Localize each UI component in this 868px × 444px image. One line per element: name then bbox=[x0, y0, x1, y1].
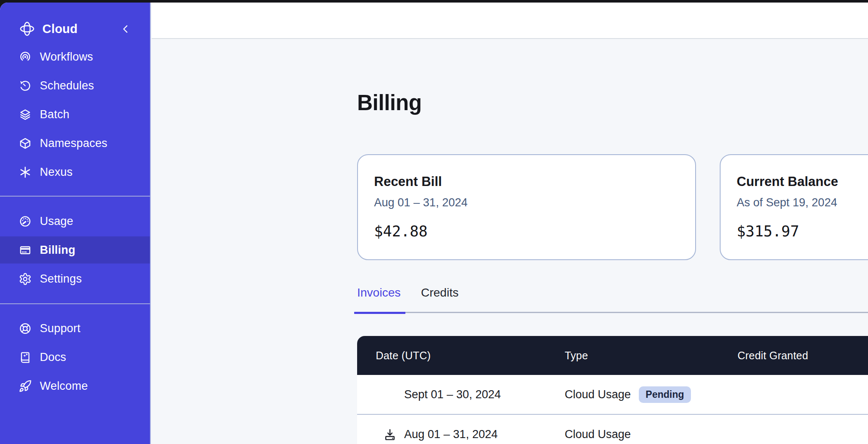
batch-icon bbox=[19, 108, 32, 121]
tab-credits[interactable]: Credits bbox=[421, 286, 459, 300]
topbar bbox=[152, 3, 868, 39]
sidebar-item-namespaces[interactable]: Namespaces bbox=[0, 130, 150, 157]
namespaces-icon bbox=[19, 137, 32, 150]
invoice-row: Aug 01 – 31, 2024 Cloud Usage bbox=[357, 414, 868, 444]
sidebar-item-schedules[interactable]: Schedules bbox=[0, 72, 150, 99]
invoices-table: Date (UTC) Type Credit Granted Sept 01 –… bbox=[357, 336, 868, 444]
status-badge-pending: Pending bbox=[639, 386, 691, 403]
sidebar-item-welcome[interactable]: Welcome bbox=[0, 372, 150, 400]
download-invoice-icon[interactable] bbox=[383, 428, 397, 441]
sidebar-item-billing[interactable]: Billing bbox=[0, 236, 150, 264]
sidebar-item-label: Settings bbox=[40, 272, 82, 286]
billing-tabs: Invoices Credits bbox=[357, 286, 868, 313]
usage-icon bbox=[19, 215, 32, 228]
temporal-logo-icon bbox=[19, 20, 36, 37]
column-header-date: Date (UTC) bbox=[357, 350, 565, 362]
sidebar-item-label: Schedules bbox=[40, 79, 94, 92]
invoice-date: Aug 01 – 31, 2024 bbox=[404, 428, 498, 441]
invoice-date-cell: Aug 01 – 31, 2024 bbox=[357, 428, 565, 441]
sidebar-item-docs[interactable]: Docs bbox=[0, 344, 150, 371]
download-slot-empty bbox=[383, 388, 397, 401]
nexus-icon bbox=[19, 166, 32, 179]
column-header-type: Type bbox=[565, 350, 738, 362]
sidebar-nav-account: Usage Billing bbox=[0, 208, 150, 292]
sidebar: Cloud Workflows bbox=[0, 3, 151, 444]
workflows-icon bbox=[19, 50, 32, 64]
sidebar-logo-label: Cloud bbox=[42, 22, 78, 36]
sidebar-item-label: Usage bbox=[40, 215, 73, 228]
sidebar-item-support[interactable]: Support bbox=[0, 315, 150, 342]
sidebar-item-settings[interactable]: Settings bbox=[0, 265, 150, 292]
sidebar-item-batch[interactable]: Batch bbox=[0, 101, 150, 128]
recent-bill-title: Recent Bill bbox=[374, 174, 678, 190]
recent-bill-amount: $42.88 bbox=[374, 223, 678, 240]
invoice-type-cell: Cloud Usage bbox=[565, 428, 738, 441]
sidebar-item-nexus[interactable]: Nexus bbox=[0, 158, 150, 186]
settings-icon bbox=[19, 272, 32, 286]
sidebar-divider bbox=[0, 196, 150, 197]
current-balance-title: Current Balance bbox=[737, 174, 868, 190]
schedules-icon bbox=[19, 79, 32, 92]
app-window: Cloud Workflows bbox=[0, 3, 868, 444]
billing-icon bbox=[19, 244, 32, 257]
current-balance-amount: $315.97 bbox=[737, 223, 868, 240]
recent-bill-period: Aug 01 – 31, 2024 bbox=[374, 195, 678, 210]
current-balance-asof: As of Sept 19, 2024 bbox=[737, 195, 868, 210]
sidebar-item-label: Nexus bbox=[40, 166, 73, 179]
sidebar-item-label: Support bbox=[40, 322, 80, 335]
sidebar-item-label: Welcome bbox=[40, 380, 88, 393]
sidebar-item-workflows[interactable]: Workflows bbox=[0, 43, 150, 70]
current-balance-card: Current Balance As of Sept 19, 2024 $315… bbox=[720, 154, 868, 260]
sidebar-item-label: Workflows bbox=[40, 50, 93, 64]
docs-icon bbox=[19, 351, 32, 364]
invoice-row: Sept 01 – 30, 2024 Cloud Usage Pending bbox=[357, 375, 868, 414]
column-header-credit-granted: Credit Granted bbox=[738, 350, 868, 362]
invoice-date-cell: Sept 01 – 30, 2024 bbox=[357, 388, 565, 401]
invoice-date: Sept 01 – 30, 2024 bbox=[404, 388, 501, 401]
sidebar-item-label: Billing bbox=[40, 244, 75, 257]
main-content: Billing Recent Bill Aug 01 – 31, 2024 $4… bbox=[152, 39, 868, 444]
invoice-type: Cloud Usage bbox=[565, 388, 631, 401]
sidebar-item-label: Namespaces bbox=[40, 137, 108, 150]
sidebar-nav-help: Support Docs bbox=[0, 315, 150, 400]
tab-invoices[interactable]: Invoices bbox=[357, 286, 401, 300]
recent-bill-card: Recent Bill Aug 01 – 31, 2024 $42.88 bbox=[357, 154, 696, 260]
sidebar-item-usage[interactable]: Usage bbox=[0, 208, 150, 235]
sidebar-item-label: Batch bbox=[40, 108, 69, 121]
sidebar-logo-row: Cloud bbox=[0, 16, 150, 42]
invoice-type-cell: Cloud Usage Pending bbox=[565, 386, 738, 403]
page-title: Billing bbox=[357, 90, 422, 115]
support-icon bbox=[19, 322, 32, 335]
sidebar-nav-main: Workflows Schedules bbox=[0, 43, 150, 186]
invoices-table-header: Date (UTC) Type Credit Granted bbox=[357, 336, 868, 375]
sidebar-divider bbox=[0, 303, 150, 304]
sidebar-collapse-button[interactable] bbox=[119, 23, 131, 35]
welcome-icon bbox=[19, 380, 32, 393]
sidebar-item-label: Docs bbox=[40, 351, 66, 364]
invoice-type: Cloud Usage bbox=[565, 428, 631, 441]
